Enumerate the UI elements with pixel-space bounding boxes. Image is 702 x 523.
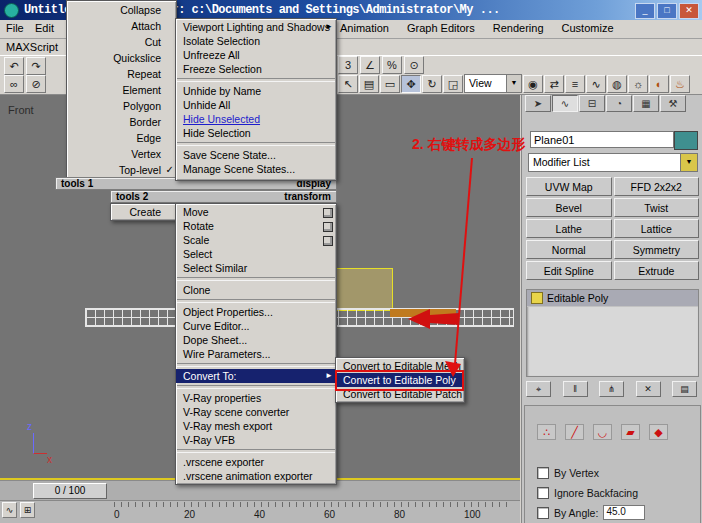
menu-item-create[interactable]: Create bbox=[111, 204, 176, 220]
menu-item[interactable]: Freeze Selection ► bbox=[176, 62, 336, 76]
modifier-set-button[interactable]: Lattice bbox=[614, 219, 700, 238]
menu-item[interactable]: Curve Editor... ► bbox=[176, 319, 336, 333]
menu-item[interactable]: Collapse ✓ bbox=[67, 2, 176, 18]
menu-file[interactable]: File bbox=[6, 22, 24, 34]
tab-create-icon[interactable]: ➤ bbox=[525, 95, 551, 112]
edge-icon[interactable]: ╱ bbox=[565, 424, 584, 440]
make-unique-icon[interactable]: ⋔ bbox=[599, 381, 624, 397]
tab-hierarchy-icon[interactable]: ⊟ bbox=[579, 95, 605, 112]
menu-item[interactable]: V-Ray VFB ► bbox=[176, 433, 336, 447]
chevron-down-icon[interactable]: ▼ bbox=[680, 154, 697, 171]
modifier-set-button[interactable]: Lathe bbox=[526, 219, 612, 238]
menu-item[interactable]: Dope Sheet... ► bbox=[176, 333, 336, 347]
ignore-backfacing-checkbox[interactable] bbox=[537, 487, 549, 499]
close-button[interactable]: ✕ bbox=[679, 3, 699, 19]
settings-icon[interactable] bbox=[323, 222, 333, 232]
menu-item[interactable]: Isolate Selection ► bbox=[176, 34, 336, 48]
menu-item[interactable]: Repeat ✓ bbox=[67, 66, 176, 82]
render-last-button[interactable]: ◐ bbox=[649, 75, 669, 93]
menu-item[interactable]: Select ► bbox=[176, 247, 336, 261]
menu-item[interactable]: Unhide by Name ► bbox=[176, 84, 336, 98]
menu-item[interactable]: Rotate ► bbox=[176, 219, 336, 233]
settings-icon[interactable] bbox=[323, 208, 333, 218]
menu-item[interactable]: Element ✓ bbox=[67, 82, 176, 98]
select-and-rotate-button[interactable]: ↻ bbox=[422, 75, 442, 93]
angle-snap-button[interactable]: ∠ bbox=[360, 56, 380, 74]
select-object-button[interactable]: ↖ bbox=[338, 75, 358, 93]
percent-snap-button[interactable]: % bbox=[382, 56, 402, 74]
configure-modifier-sets-icon[interactable]: ▤ bbox=[672, 381, 697, 397]
selection-region-button[interactable]: ▭ bbox=[380, 75, 400, 93]
maximize-button[interactable]: □ bbox=[657, 3, 677, 19]
time-slider-handle[interactable]: 0 / 100 bbox=[33, 483, 107, 499]
object-name-field[interactable] bbox=[530, 131, 674, 148]
quad-header-transform[interactable]: transform bbox=[284, 191, 331, 202]
render-setup-button[interactable]: ☼ bbox=[628, 75, 648, 93]
menu-item[interactable]: Graph Editors bbox=[407, 22, 475, 34]
menu-item[interactable]: Object Properties... ► bbox=[176, 305, 336, 319]
menu-item[interactable]: .vrscene animation exporter ► bbox=[176, 469, 336, 483]
menu-item[interactable]: Move ► bbox=[176, 205, 336, 219]
curve-editor-button[interactable]: ∿ bbox=[586, 75, 606, 93]
vertex-icon[interactable]: ∴ bbox=[537, 424, 556, 440]
mirror-button[interactable]: ⇄ bbox=[544, 75, 564, 93]
pin-stack-icon[interactable]: ⌖ bbox=[526, 381, 551, 397]
modifier-set-button[interactable]: UVW Map bbox=[526, 177, 612, 196]
element-icon[interactable]: ◆ bbox=[649, 424, 668, 440]
menu-item[interactable]: V-Ray scene converter ► bbox=[176, 405, 336, 419]
menu-item[interactable]: Polygon ✓ bbox=[67, 98, 176, 114]
modifier-set-button[interactable]: Edit Spline bbox=[526, 261, 612, 280]
menu-item[interactable]: Convert to Editable Patch bbox=[336, 387, 464, 401]
by-vertex-checkbox[interactable] bbox=[537, 467, 549, 479]
tab-modify-icon[interactable]: ∿ bbox=[552, 95, 578, 112]
polygon-icon[interactable]: ▰ bbox=[621, 424, 640, 440]
menu-item[interactable]: Convert to Editable Mesh bbox=[336, 359, 464, 373]
menu-item[interactable]: Cut ✓ bbox=[67, 34, 176, 50]
modifier-set-button[interactable]: Extrude bbox=[614, 261, 700, 280]
snap-toggle-button[interactable]: 3 bbox=[338, 56, 358, 74]
menu-item[interactable]: Customize bbox=[562, 22, 614, 34]
menu-item[interactable]: Rendering bbox=[493, 22, 544, 34]
modifier-set-button[interactable]: Symmetry bbox=[614, 240, 700, 259]
quad-header-tools2[interactable]: tools 2 bbox=[116, 191, 148, 202]
reference-coordinate-dropdown[interactable]: View ▼ bbox=[464, 74, 522, 93]
chevron-down-icon[interactable]: ▼ bbox=[506, 75, 521, 92]
render-button[interactable]: ♨ bbox=[670, 75, 690, 93]
track-bar[interactable]: 020406080100 bbox=[0, 500, 520, 523]
menu-item[interactable]: Scale ► bbox=[176, 233, 336, 247]
menu-item[interactable]: Border ✓ bbox=[67, 114, 176, 130]
select-by-name-button[interactable]: ▤ bbox=[359, 75, 379, 93]
menu-item[interactable]: Convert to Editable Poly bbox=[336, 373, 464, 387]
menu-item[interactable]: Viewport Lighting and Shadows ► bbox=[176, 20, 336, 34]
selection-range-icon[interactable]: ⊞ bbox=[20, 502, 35, 518]
stack-entry-editable-poly[interactable]: Editable Poly bbox=[527, 290, 698, 307]
undo-button[interactable]: ↶ bbox=[4, 57, 24, 75]
menu-item[interactable]: Top-level ✓ bbox=[67, 162, 176, 178]
show-end-result-icon[interactable]: ‖ bbox=[563, 381, 588, 397]
menu-item[interactable]: .vrscene exporter ► bbox=[176, 455, 336, 469]
border-icon[interactable]: ◡ bbox=[593, 424, 612, 440]
redo-button[interactable]: ↷ bbox=[26, 57, 46, 75]
object-color-swatch[interactable] bbox=[674, 131, 698, 150]
minimize-button[interactable]: _ bbox=[635, 3, 655, 19]
material-editor-button[interactable]: ◍ bbox=[607, 75, 627, 93]
tab-display-icon[interactable]: ▦ bbox=[633, 95, 659, 112]
modifier-set-button[interactable]: Twist bbox=[614, 198, 700, 217]
menu-item[interactable]: Edge ✓ bbox=[67, 130, 176, 146]
mini-curve-editor-icon[interactable]: ∿ bbox=[2, 502, 17, 518]
menu-item[interactable]: Vertex ✓ bbox=[67, 146, 176, 162]
menu-maxscript[interactable]: MAXScript bbox=[6, 41, 58, 53]
unlink-button[interactable]: ⊘ bbox=[26, 75, 46, 93]
settings-icon[interactable] bbox=[323, 236, 333, 246]
select-and-scale-button[interactable]: ◲ bbox=[443, 75, 463, 93]
menu-item[interactable]: Hide Unselected ► bbox=[176, 112, 336, 126]
menu-item[interactable]: Select Similar ► bbox=[176, 261, 336, 275]
menu-item[interactable]: Unhide All ► bbox=[176, 98, 336, 112]
tab-utilities-icon[interactable]: ⚒ bbox=[660, 95, 686, 112]
app-icon[interactable] bbox=[4, 3, 19, 18]
menu-item[interactable]: Manage Scene States... ► bbox=[176, 162, 336, 176]
modifier-set-button[interactable]: Bevel bbox=[526, 198, 612, 217]
menu-item[interactable]: Animation bbox=[340, 22, 389, 34]
tab-motion-icon[interactable]: ◔ bbox=[606, 95, 632, 112]
modifier-set-button[interactable]: FFD 2x2x2 bbox=[614, 177, 700, 196]
